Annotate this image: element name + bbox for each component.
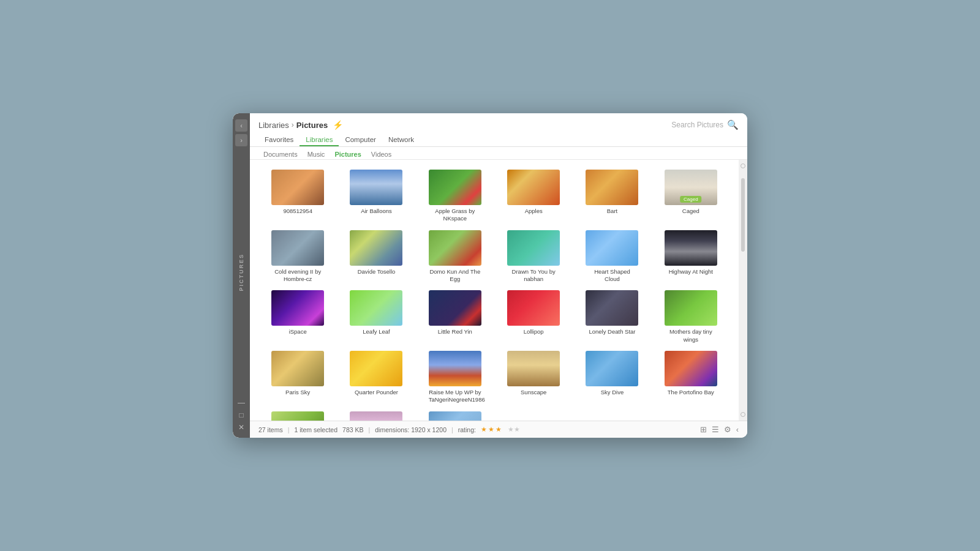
thumb-item-heart-shaped[interactable]: Heart Shaped Cloud — [573, 227, 651, 287]
thumb-img-paris-sky — [271, 351, 324, 386]
thumb-item-paris-sky[interactable]: Paris Sky — [258, 347, 337, 408]
thumb-item-apples[interactable]: Apples — [494, 166, 573, 227]
thumb-item-caged[interactable]: CagedCaged — [652, 166, 730, 227]
tab-documents[interactable]: Documents — [258, 149, 303, 159]
thumb-img-mothers-day — [665, 290, 717, 326]
tab-network[interactable]: Network — [382, 134, 420, 146]
search-area: Search Pictures 🔍 — [671, 119, 739, 130]
sync-icon[interactable]: ⚡ — [333, 120, 343, 130]
thumb-item-mothers-day[interactable]: Mothers day tiny wings — [652, 287, 730, 347]
thumb-item-air-balloons[interactable]: Air Balloons — [337, 166, 415, 227]
thumb-img-row4a — [507, 351, 560, 386]
status-sep-1: | — [288, 426, 290, 433]
thumb-img-veni-vidi — [350, 411, 402, 421]
thumb-item-davide[interactable]: Davide Tosello — [337, 227, 415, 287]
thumb-label-ispace: iSpace — [289, 328, 307, 335]
thumb-item-bart[interactable]: Bart — [573, 166, 651, 227]
thumb-img-highway — [665, 230, 717, 266]
settings-icon[interactable]: ⚙ — [724, 425, 731, 434]
thumb-label-cold-evening: Cold evening II by Hombre-cz — [271, 268, 324, 283]
thumb-img-drawn — [507, 230, 560, 266]
thumb-img-portofino — [665, 351, 717, 386]
thumb-item-cold-evening[interactable]: Cold evening II by Hombre-cz — [258, 227, 337, 287]
thumb-img-little-red — [429, 290, 481, 326]
status-bar: 27 items | 1 item selected 783 KB | dime… — [250, 421, 747, 438]
thumb-item-drawn[interactable]: Drawn To You by nabhan — [494, 227, 573, 287]
sidebar-strip: ‹ › Pictures — □ ✕ — [233, 113, 250, 438]
thumb-item-veni-vidi[interactable]: Veni Vidi Venice — [337, 408, 415, 421]
collapse-icon[interactable]: ‹ — [736, 425, 739, 434]
tab-computer[interactable]: Computer — [339, 134, 382, 146]
thumb-label-quarter: Quarter Pounder — [355, 389, 398, 396]
thumb-item-quarter[interactable]: Quarter Pounder — [337, 347, 415, 408]
tab-favorites[interactable]: Favorites — [258, 134, 300, 146]
thumb-item-highway[interactable]: Highway At Night — [652, 227, 730, 287]
thumb-label-raise-me: Raise Me Up WP by TaNgeriNegreeN1986 — [429, 389, 481, 404]
thumb-item-apple-grass[interactable]: Apple Grass by NKspace — [416, 166, 494, 227]
thumb-img-raise-me — [429, 351, 481, 386]
tab-pictures[interactable]: Pictures — [330, 149, 366, 159]
thumb-img-way — [429, 411, 481, 421]
content-scroll[interactable]: 908512954Air BalloonsApple Grass by NKsp… — [250, 160, 739, 421]
thumb-img-908512954 — [271, 170, 324, 205]
status-left: 27 items | 1 item selected 783 KB | dime… — [258, 425, 520, 433]
thumb-item-raise-me[interactable]: Raise Me Up WP by TaNgeriNegreeN1986 — [416, 347, 494, 408]
sidebar-minimize-icon[interactable]: — — [238, 399, 245, 407]
thumb-img-lonely-death — [586, 290, 638, 326]
view-thumbnails-icon[interactable]: ⊞ — [700, 425, 707, 434]
breadcrumb-current[interactable]: Pictures — [296, 121, 328, 130]
thumb-img-apple-grass — [429, 170, 481, 205]
thumb-img-apples — [507, 170, 560, 205]
thumb-label-caged: Caged — [682, 208, 699, 215]
thumb-label-bart: Bart — [607, 208, 617, 215]
thumb-item-way[interactable]: Way To Nowhere by Optiv — [416, 408, 494, 421]
thumb-img-ispace — [271, 290, 324, 326]
thumb-item-ispace[interactable]: iSpace — [258, 287, 337, 347]
rating-label: rating: — [458, 426, 476, 433]
sidebar-maximize-icon[interactable]: □ — [239, 411, 243, 419]
thumb-img-quarter — [350, 351, 402, 386]
items-count: 27 items — [258, 426, 283, 433]
rating-stars-filled[interactable]: ★★★ — [481, 425, 503, 433]
thumb-img-cold-evening — [271, 230, 324, 266]
thumb-img-caged: Caged — [665, 170, 717, 205]
thumb-item-through[interactable]: Through The — [258, 408, 337, 421]
thumb-label-little-red: Little Red Yin — [438, 328, 472, 335]
thumb-label-drawn: Drawn To You by nabhan — [507, 268, 560, 283]
thumb-img-row4b — [586, 351, 638, 386]
thumbnail-grid: 908512954Air BalloonsApple Grass by NKsp… — [258, 166, 730, 421]
nav-tabs-secondary: Documents Music Pictures Videos — [250, 147, 747, 160]
nav-tabs-primary: Favorites Libraries Computer Network — [250, 130, 747, 147]
content-wrapper: 908512954Air BalloonsApple Grass by NKsp… — [250, 160, 747, 421]
dimensions: dimensions: 1920 x 1200 — [375, 426, 447, 433]
sidebar-close-icon[interactable]: ✕ — [238, 423, 244, 432]
scrollbar-track[interactable] — [739, 160, 747, 421]
thumb-item-908512954[interactable]: 908512954 — [258, 166, 337, 227]
sidebar-nav: ‹ › — [235, 119, 247, 146]
selected-count: 1 item selected — [294, 426, 337, 433]
tab-libraries[interactable]: Libraries — [300, 134, 339, 146]
thumb-item-portofino[interactable]: The Portofino Bay — [652, 347, 730, 408]
thumb-item-domo-kun[interactable]: Domo Kun And The Egg — [416, 227, 494, 287]
scrollbar-bottom-dot — [741, 412, 745, 417]
thumb-label-mothers-day: Mothers day tiny wings — [665, 328, 717, 343]
nav-back-button[interactable]: ‹ — [235, 119, 247, 132]
scrollbar-thumb[interactable] — [741, 178, 745, 252]
view-list-icon[interactable]: ☰ — [712, 425, 719, 434]
thumb-item-lollipop[interactable]: Lollipop — [494, 287, 573, 347]
thumb-item-row4b[interactable]: Sky Dive — [573, 347, 651, 408]
thumb-item-leafy[interactable]: Leafy Leaf — [337, 287, 415, 347]
breadcrumb-root[interactable]: Libraries — [258, 121, 289, 130]
thumb-label-leafy: Leafy Leaf — [363, 328, 390, 335]
tab-music[interactable]: Music — [303, 149, 330, 159]
thumb-item-row4a[interactable]: Sunscape — [494, 347, 573, 408]
thumb-item-little-red[interactable]: Little Red Yin — [416, 287, 494, 347]
thumb-item-lonely-death[interactable]: Lonely Death Star — [573, 287, 651, 347]
thumb-label-portofino: The Portofino Bay — [668, 389, 714, 396]
tab-videos[interactable]: Videos — [366, 149, 396, 159]
search-icon[interactable]: 🔍 — [727, 119, 739, 130]
rating-stars-empty[interactable]: ★★ — [508, 425, 520, 433]
thumb-img-bart — [586, 170, 638, 205]
thumb-img-air-balloons — [350, 170, 402, 205]
nav-forward-button[interactable]: › — [235, 134, 247, 146]
